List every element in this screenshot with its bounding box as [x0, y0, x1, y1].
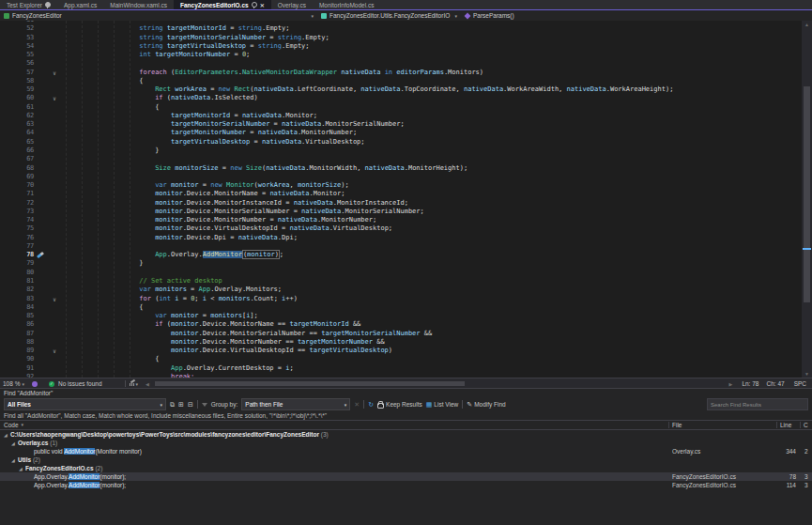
line-number[interactable]: 81	[0, 277, 34, 286]
line-number[interactable]: 62	[0, 112, 34, 120]
code-line[interactable]: 70var monitor = new Monitor(workArea, mo…	[0, 181, 803, 190]
code-editor[interactable]: 5152string targetMonitorId = string.Empt…	[0, 21, 803, 378]
code-line[interactable]: 67	[0, 155, 803, 163]
result-group-row[interactable]: ◢C:\Users\zhaopengwang\Desktop\powertoys…	[0, 430, 812, 439]
hscroll-left-icon[interactable]: ◀	[146, 381, 149, 387]
modify-find-button[interactable]: ✎ Modify Find	[467, 401, 505, 409]
line-number[interactable]: 80	[0, 269, 34, 277]
code-line[interactable]: 56	[0, 59, 803, 68]
line-number[interactable]: 64	[0, 129, 34, 137]
quick-actions-icon[interactable]	[37, 252, 44, 258]
issues-status[interactable]: No issues found	[58, 380, 102, 387]
line-number[interactable]: 60	[0, 94, 34, 102]
code-cleanup-icon[interactable]	[130, 380, 136, 387]
code-line[interactable]: 89∨monitor.Device.VirtualDesktopId == ta…	[0, 347, 803, 355]
code-line[interactable]: 62targetMonitorId = nativeData.Monitor;	[0, 112, 803, 120]
code-line[interactable]: 79}	[0, 259, 803, 268]
code-line[interactable]: 72monitor.Device.MonitorInstanceId = nat…	[0, 199, 803, 208]
code-line[interactable]: 81// Set active desktop	[0, 277, 803, 286]
scrollbar-thumb[interactable]	[804, 86, 810, 302]
line-number[interactable]: 65	[0, 138, 34, 147]
column-header-line[interactable]: Line	[780, 421, 791, 429]
line-number[interactable]: 53	[0, 34, 34, 42]
tab-app-xaml-cs[interactable]: App.xaml.cs	[57, 0, 103, 9]
code-line[interactable]: 52string targetMonitorId = string.Empty;	[0, 24, 803, 33]
code-line[interactable]: 83∨for (int i = 0; i < monitors.Count; i…	[0, 295, 803, 303]
type-dropdown[interactable]: FancyZonesEditor.Utils.FancyZonesEditorI…	[317, 10, 461, 21]
scroll-down-icon[interactable]: ▼	[802, 370, 812, 378]
code-line[interactable]: 63targetMonitorSerialNumber = nativeData…	[0, 120, 803, 129]
code-line[interactable]: 75monitor.Device.VirtualDesktopId = nati…	[0, 224, 803, 233]
line-number[interactable]: 69	[0, 173, 34, 181]
line-number[interactable]: 88	[0, 338, 34, 347]
chevron-down-icon[interactable]: ▾	[136, 381, 139, 387]
pin-icon[interactable]	[252, 2, 257, 8]
column-header-col[interactable]: C	[804, 421, 808, 429]
close-icon[interactable]: ✕	[260, 2, 265, 8]
result-match-row[interactable]: App.Overlay.AddMonitor(monitor);FancyZon…	[0, 472, 812, 481]
line-number[interactable]: 72	[0, 199, 34, 208]
code-line[interactable]: 78App.Overlay.AddMonitor(monitor);	[0, 251, 803, 259]
line-number[interactable]: 52	[0, 24, 34, 33]
line-number[interactable]: 58	[0, 77, 34, 85]
tab-overlay-cs[interactable]: Overlay.cs	[271, 0, 313, 9]
code-line[interactable]: 59Rect workArea = new Rect(nativeData.Le…	[0, 85, 803, 94]
scroll-up-icon[interactable]: ▲	[802, 21, 812, 28]
line-number[interactable]: 59	[0, 85, 34, 94]
line-number[interactable]: 91	[0, 364, 34, 373]
line-number[interactable]: 83	[0, 295, 34, 303]
code-line[interactable]: 66}	[0, 147, 803, 155]
horizontal-scrollbar[interactable]	[151, 380, 728, 387]
code-line[interactable]: 87monitor.Device.MonitorSerialNumber == …	[0, 330, 803, 338]
code-line[interactable]: 84{	[0, 303, 803, 312]
result-match-row[interactable]: public void AddMonitor(Monitor monitor)O…	[0, 447, 812, 456]
line-number[interactable]: 79	[0, 259, 34, 268]
refresh-icon[interactable]: ↻	[368, 401, 374, 409]
tab-fancyzoneseditorio-cs[interactable]: FancyZonesEditorIO.cs✕	[174, 0, 271, 9]
line-number[interactable]: 77	[0, 242, 34, 251]
line-number[interactable]: 56	[0, 59, 34, 68]
code-line[interactable]: 85var monitor = monitors[i];	[0, 312, 803, 320]
line-number[interactable]: 55	[0, 51, 34, 59]
line-number[interactable]: 54	[0, 42, 34, 51]
code-line[interactable]: 53string targetMonitorSerialNumber = str…	[0, 34, 803, 42]
line-number[interactable]: 68	[0, 164, 34, 173]
line-number[interactable]: 87	[0, 330, 34, 338]
code-line[interactable]: 76monitor.Device.Dpi = nativeData.Dpi;	[0, 234, 803, 242]
line-number[interactable]: 78	[0, 251, 34, 259]
line-number[interactable]: 84	[0, 303, 34, 312]
filter-icon[interactable]	[202, 403, 207, 407]
code-line[interactable]: 86if (monitor.Device.MonitorName == targ…	[0, 320, 803, 329]
scrollbar-thumb[interactable]	[155, 381, 465, 386]
line-number[interactable]: 86	[0, 320, 34, 329]
line-number[interactable]: 70	[0, 181, 34, 190]
tab-mainwindow-xaml-cs[interactable]: MainWindow.xaml.cs	[103, 0, 174, 9]
column-header-file[interactable]: File	[672, 421, 682, 429]
code-line[interactable]: 90{	[0, 355, 803, 363]
collapse-all-icon[interactable]: ⊟	[188, 401, 193, 409]
pin-icon[interactable]	[45, 2, 51, 8]
code-line[interactable]: 77	[0, 242, 803, 251]
hscroll-right-icon[interactable]: ▶	[729, 381, 733, 387]
code-line[interactable]: 61{	[0, 103, 803, 112]
code-line[interactable]: 73monitor.Device.MonitorSerialNumber = n…	[0, 208, 803, 216]
line-number[interactable]: 89	[0, 347, 34, 355]
line-number[interactable]: 75	[0, 224, 34, 233]
search-find-results-input[interactable]	[707, 398, 808, 410]
code-line[interactable]: 82var monitors = App.Overlay.Monitors;	[0, 286, 803, 294]
line-number[interactable]: 67	[0, 155, 34, 163]
list-view-button[interactable]: ▦ List View	[426, 401, 459, 409]
line-number[interactable]: 90	[0, 355, 34, 363]
code-line[interactable]: 69	[0, 173, 803, 181]
result-group-row[interactable]: ◢FancyZonesEditorIO.cs (2)	[0, 464, 812, 472]
line-number[interactable]: 71	[0, 190, 34, 198]
fold-chevron-icon[interactable]: ∨	[49, 94, 60, 102]
code-line[interactable]: 91App.Overlay.CurrentDesktop = i;	[0, 364, 803, 373]
line-number[interactable]: 82	[0, 286, 34, 294]
chevron-down-icon[interactable]: ▾	[22, 381, 24, 387]
result-group-row[interactable]: ◢Overlay.cs (1)	[0, 439, 812, 447]
member-dropdown[interactable]: ParseParams()	[461, 10, 812, 21]
code-filter-dropdown[interactable]: Code ▾	[4, 421, 23, 429]
zoom-level[interactable]: 108 %	[3, 380, 20, 387]
code-line[interactable]: 68Size monitorSize = new Size(nativeData…	[0, 164, 803, 173]
